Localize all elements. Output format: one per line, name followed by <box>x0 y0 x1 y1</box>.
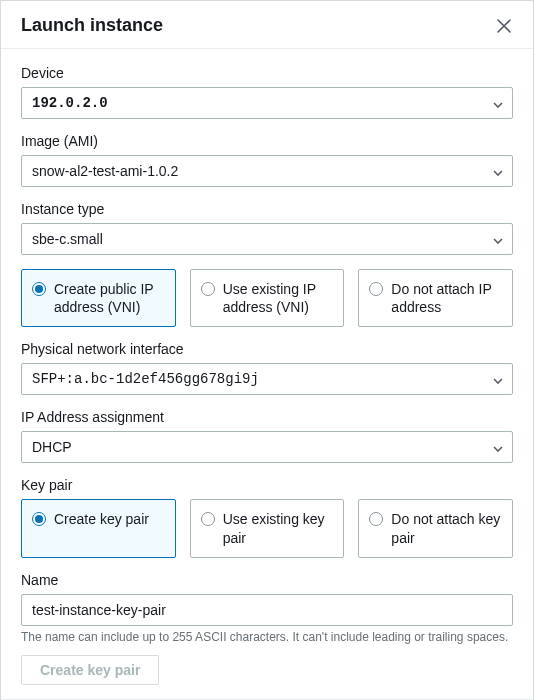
name-helper: The name can include up to 255 ASCII cha… <box>21 630 513 646</box>
image-select-wrap: snow-al2-test-ami-1.0.2 <box>21 155 513 187</box>
launch-instance-modal: Launch instance Device 192.0.2.0 Image (… <box>0 0 534 700</box>
close-icon <box>497 19 511 33</box>
field-ip-mode: Create public IP address (VNI) Use exist… <box>21 269 513 327</box>
field-instance-type: Instance type sbe-c.small <box>21 201 513 255</box>
key-pair-existing-label: Use existing key pair <box>223 510 334 546</box>
key-pair-existing[interactable]: Use existing key pair <box>190 499 345 557</box>
radio-icon <box>369 512 383 526</box>
ip-assign-value: DHCP <box>32 439 72 455</box>
radio-icon <box>201 512 215 526</box>
modal-title: Launch instance <box>21 15 163 36</box>
modal-body: Device 192.0.2.0 Image (AMI) snow-al2-te… <box>1 49 533 699</box>
pni-label: Physical network interface <box>21 341 513 357</box>
name-input[interactable] <box>21 594 513 626</box>
instance-type-label: Instance type <box>21 201 513 217</box>
pni-select[interactable]: SFP+:a.bc-1d2ef456gg678gi9j <box>21 363 513 395</box>
key-pair-tiles: Create key pair Use existing key pair Do… <box>21 499 513 557</box>
ip-mode-none[interactable]: Do not attach IP address <box>358 269 513 327</box>
key-pair-none-label: Do not attach key pair <box>391 510 502 546</box>
device-value: 192.0.2.0 <box>32 95 108 111</box>
ip-mode-create[interactable]: Create public IP address (VNI) <box>21 269 176 327</box>
name-label: Name <box>21 572 513 588</box>
field-name: Name The name can include up to 255 ASCI… <box>21 572 513 646</box>
field-ip-assign: IP Address assignment DHCP <box>21 409 513 463</box>
ip-mode-create-label: Create public IP address (VNI) <box>54 280 165 316</box>
key-pair-label: Key pair <box>21 477 513 493</box>
instance-type-select-wrap: sbe-c.small <box>21 223 513 255</box>
image-select[interactable]: snow-al2-test-ami-1.0.2 <box>21 155 513 187</box>
instance-type-value: sbe-c.small <box>32 231 103 247</box>
pni-select-wrap: SFP+:a.bc-1d2ef456gg678gi9j <box>21 363 513 395</box>
pni-value: SFP+:a.bc-1d2ef456gg678gi9j <box>32 371 259 387</box>
field-key-pair: Key pair Create key pair Use existing ke… <box>21 477 513 557</box>
modal-header: Launch instance <box>1 1 533 49</box>
device-label: Device <box>21 65 513 81</box>
create-key-pair-button[interactable]: Create key pair <box>21 655 159 685</box>
device-select[interactable]: 192.0.2.0 <box>21 87 513 119</box>
ip-mode-existing[interactable]: Use existing IP address (VNI) <box>190 269 345 327</box>
image-value: snow-al2-test-ami-1.0.2 <box>32 163 178 179</box>
key-pair-create[interactable]: Create key pair <box>21 499 176 557</box>
radio-icon <box>369 282 383 296</box>
radio-icon <box>32 512 46 526</box>
device-select-wrap: 192.0.2.0 <box>21 87 513 119</box>
instance-type-select[interactable]: sbe-c.small <box>21 223 513 255</box>
image-label: Image (AMI) <box>21 133 513 149</box>
field-device: Device 192.0.2.0 <box>21 65 513 119</box>
key-pair-create-label: Create key pair <box>54 510 149 528</box>
key-pair-none[interactable]: Do not attach key pair <box>358 499 513 557</box>
ip-mode-none-label: Do not attach IP address <box>391 280 502 316</box>
ip-mode-existing-label: Use existing IP address (VNI) <box>223 280 334 316</box>
close-button[interactable] <box>495 17 513 35</box>
radio-icon <box>32 282 46 296</box>
radio-icon <box>201 282 215 296</box>
ip-assign-select-wrap: DHCP <box>21 431 513 463</box>
ip-assign-label: IP Address assignment <box>21 409 513 425</box>
ip-mode-tiles: Create public IP address (VNI) Use exist… <box>21 269 513 327</box>
field-image: Image (AMI) snow-al2-test-ami-1.0.2 <box>21 133 513 187</box>
field-pni: Physical network interface SFP+:a.bc-1d2… <box>21 341 513 395</box>
create-key-pair-row: Create key pair <box>21 655 513 685</box>
ip-assign-select[interactable]: DHCP <box>21 431 513 463</box>
